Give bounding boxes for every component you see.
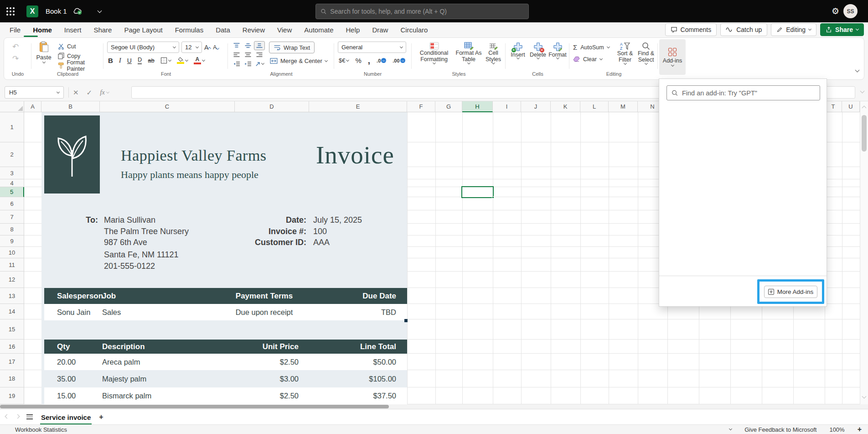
- title-dropdown-icon[interactable]: [97, 8, 102, 13]
- clear-button[interactable]: Clear: [573, 55, 602, 63]
- percent-format-icon[interactable]: %: [355, 57, 361, 64]
- vertical-scrollbar[interactable]: [860, 101, 868, 404]
- row-header-16[interactable]: 16: [0, 340, 24, 354]
- next-sheet-icon[interactable]: [16, 414, 20, 418]
- row-header-1[interactable]: 1: [0, 112, 24, 142]
- excel-logo-icon[interactable]: X: [26, 5, 38, 17]
- expand-formula-bar-icon[interactable]: [860, 89, 865, 94]
- name-box[interactable]: H5: [5, 86, 64, 99]
- row-header-14[interactable]: 14: [0, 304, 24, 319]
- line-item-row[interactable]: 15.00 Bismarck palm $2.50 $37.50: [44, 387, 407, 404]
- scroll-up-icon[interactable]: [862, 106, 867, 110]
- ribbon-collapse-icon[interactable]: [855, 68, 860, 73]
- enter-icon[interactable]: ✓: [87, 89, 93, 97]
- autosum-button[interactable]: Σ AutoSum: [573, 43, 610, 52]
- catch-up-button[interactable]: Catch up: [720, 23, 767, 36]
- row-header-6[interactable]: 6: [0, 197, 24, 210]
- decrease-indent-icon[interactable]: [233, 61, 240, 67]
- scroll-down-icon[interactable]: [862, 394, 867, 399]
- format-cells-button[interactable]: Format: [548, 42, 568, 59]
- column-header-B[interactable]: B: [41, 101, 100, 112]
- prev-sheet-icon[interactable]: [5, 414, 10, 418]
- row-header-15[interactable]: 15: [0, 319, 24, 340]
- comments-button[interactable]: Comments: [665, 23, 717, 36]
- zoom-level[interactable]: 100%: [829, 426, 844, 433]
- row-header-13[interactable]: 13: [0, 288, 24, 304]
- column-header-A[interactable]: A: [24, 101, 41, 112]
- currency-format-dropdown[interactable]: $€: [339, 57, 349, 64]
- column-header-I[interactable]: I: [493, 101, 521, 112]
- horizontal-scrollbar[interactable]: [0, 404, 868, 409]
- workbook-statistics[interactable]: Workbook Statistics: [15, 426, 67, 433]
- menu-data[interactable]: Data: [216, 26, 230, 34]
- strikethrough-icon[interactable]: ab: [148, 57, 154, 64]
- salesperson-table-row[interactable]: Sonu Jain Sales Due upon receipt TBD: [44, 304, 407, 320]
- cut-button[interactable]: Cut: [58, 42, 103, 51]
- zoom-in-icon[interactable]: +: [858, 425, 862, 434]
- menu-draw[interactable]: Draw: [372, 26, 388, 34]
- column-header-U[interactable]: U: [842, 101, 860, 112]
- row-header-18[interactable]: 18: [0, 370, 24, 387]
- decrease-decimal-icon[interactable]: .00→: [393, 58, 405, 63]
- merge-center-button[interactable]: Merge & Center: [270, 58, 327, 64]
- more-addins-button[interactable]: More Add-ins: [764, 286, 817, 298]
- italic-icon[interactable]: I: [119, 57, 121, 64]
- insert-function-button[interactable]: fx: [100, 89, 109, 96]
- row-header-19[interactable]: 19: [0, 387, 24, 404]
- font-family-select[interactable]: Segoe UI (Body): [107, 42, 179, 53]
- new-sheet-icon[interactable]: +: [99, 413, 103, 421]
- format-painter-button[interactable]: Format Painter: [58, 61, 103, 70]
- vertical-scroll-thumb[interactable]: [862, 115, 867, 152]
- wrap-text-button[interactable]: Wrap Text: [269, 42, 315, 53]
- row-header-17[interactable]: 17: [0, 354, 24, 370]
- delete-cells-button[interactable]: × Delete: [528, 42, 548, 59]
- menu-help[interactable]: Help: [346, 26, 360, 34]
- row-header-10[interactable]: 10: [0, 247, 24, 258]
- align-middle-icon[interactable]: [244, 42, 252, 49]
- decrease-font-size-icon[interactable]: A: [213, 44, 219, 51]
- menu-review[interactable]: Review: [243, 26, 265, 34]
- row-header-3[interactable]: 3: [0, 167, 24, 179]
- app-launcher-icon[interactable]: [6, 7, 15, 16]
- menu-automate[interactable]: Automate: [304, 26, 333, 34]
- increase-font-size-icon[interactable]: A: [204, 44, 211, 51]
- line-item-row[interactable]: 20.00 Areca palm $2.50 $50.00: [44, 354, 407, 370]
- increase-decimal-icon[interactable]: .0←: [377, 58, 386, 63]
- align-left-icon[interactable]: [233, 52, 240, 58]
- font-color-dropdown[interactable]: A: [194, 57, 205, 64]
- increase-indent-icon[interactable]: [244, 61, 252, 67]
- borders-dropdown[interactable]: [160, 57, 171, 64]
- undo-icon[interactable]: ↶: [12, 42, 19, 52]
- table-resize-handle[interactable]: [404, 319, 408, 322]
- menu-share[interactable]: Share: [93, 26, 112, 34]
- underline-icon[interactable]: U: [127, 57, 132, 64]
- paste-button[interactable]: Paste: [33, 41, 54, 63]
- align-center-icon[interactable]: [244, 52, 252, 58]
- font-size-select[interactable]: 12: [181, 42, 202, 53]
- line-item-row[interactable]: 35.00 Majesty palm $3.00 $105.00: [44, 370, 407, 387]
- fill-handle[interactable]: [492, 196, 494, 199]
- row-header-9[interactable]: 9: [0, 235, 24, 247]
- find-select-button[interactable]: Find & Select: [636, 42, 656, 64]
- select-all-corner[interactable]: [0, 101, 24, 112]
- row-header-8[interactable]: 8: [0, 224, 24, 235]
- settings-gear-icon[interactable]: ⚙: [832, 6, 839, 16]
- feedback-link[interactable]: Give Feedback to Microsoft: [744, 426, 816, 433]
- column-header-D[interactable]: D: [235, 101, 309, 112]
- double-underline-icon[interactable]: D: [138, 57, 142, 64]
- selected-cell-H5[interactable]: [461, 186, 494, 198]
- all-sheets-icon[interactable]: [26, 414, 33, 419]
- status-options-icon[interactable]: [729, 427, 732, 430]
- sheet-tab-active[interactable]: Service invoice: [40, 411, 92, 425]
- menu-home[interactable]: Home: [33, 26, 52, 34]
- cell-styles-button[interactable]: Cell Styles: [483, 42, 504, 64]
- addins-button[interactable]: Add-ins: [659, 39, 686, 75]
- align-top-icon[interactable]: [233, 42, 240, 49]
- redo-icon[interactable]: ↷: [12, 54, 19, 63]
- menu-formulas[interactable]: Formulas: [175, 26, 204, 34]
- column-header-L[interactable]: L: [580, 101, 609, 112]
- horizontal-scroll-thumb[interactable]: [0, 405, 389, 408]
- column-header-F[interactable]: F: [407, 101, 435, 112]
- insert-cells-button[interactable]: + Insert: [508, 42, 527, 59]
- row-header-4[interactable]: 4: [0, 179, 24, 187]
